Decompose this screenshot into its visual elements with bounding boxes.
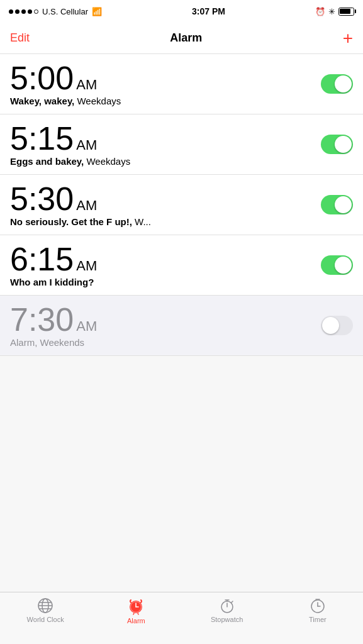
alarm-item: 6:15 AM Who am I kidding? [0, 235, 363, 296]
svg-line-9 [133, 613, 134, 614]
alarm-item: 5:30 AM No seriously. Get the F up!, W..… [0, 175, 363, 235]
alarm-label: No seriously. Get the F up!, W... [10, 216, 321, 227]
status-time: 3:07 PM [192, 6, 225, 16]
alarm-hour: 5:30 [10, 182, 74, 215]
alarm-toggle[interactable] [321, 195, 353, 214]
toggle-knob [335, 257, 352, 274]
alarm-label-bold: Who am I kidding? [10, 277, 94, 287]
stopwatch-icon [219, 597, 235, 614]
toggle-knob [322, 317, 339, 334]
alarm-toggle[interactable] [321, 316, 353, 335]
page-title: Alarm [170, 31, 202, 45]
alarm-label: Alarm, Weekends [10, 337, 321, 348]
alarm-time-display: 5:15 AM [10, 122, 321, 155]
alarm-toggle[interactable] [321, 255, 353, 275]
alarm-item: 5:15 AM Eggs and bakey, Weekdays [0, 114, 363, 175]
tab-bar: World Clock Alarm Stopwatch [0, 592, 363, 644]
signal-dot-3 [21, 9, 26, 14]
alarm-info: 5:00 AM Wakey, wakey, Weekdays [10, 62, 321, 106]
tab-timer-label: Timer [309, 616, 327, 623]
alarm-hour: 7:30 [10, 303, 74, 336]
signal-dot-5 [34, 9, 38, 14]
svg-line-10 [138, 613, 138, 614]
alarm-ampm: AM [76, 258, 97, 274]
signal-dot-1 [9, 9, 13, 14]
signal-dot-4 [28, 9, 32, 14]
tab-world-clock-label: World Clock [27, 616, 64, 623]
nav-bar: Edit Alarm + [0, 23, 363, 54]
status-bar: U.S. Cellular 📶 3:07 PM ⏰ ✳ [0, 0, 363, 23]
tab-alarm[interactable]: Alarm [91, 597, 181, 625]
tab-timer[interactable]: Timer [272, 597, 363, 623]
alarm-time-display: 5:00 AM [10, 62, 321, 94]
toggle-knob [335, 75, 352, 92]
alarm-item: 7:30 AM Alarm, Weekends [0, 296, 363, 356]
tab-world-clock[interactable]: World Clock [0, 597, 91, 623]
alarm-clock-status-icon: ⏰ [315, 7, 325, 16]
alarm-time-display: 7:30 AM [10, 303, 321, 336]
alarm-list: 5:00 AM Wakey, wakey, Weekdays 5:15 AM E… [0, 54, 363, 356]
toggle-knob [335, 136, 352, 153]
status-right: ⏰ ✳ [315, 7, 354, 16]
alarm-ampm: AM [76, 137, 97, 153]
timer-icon [310, 597, 326, 614]
alarm-label: Who am I kidding? [10, 277, 321, 287]
alarm-label: Wakey, wakey, Weekdays [10, 96, 321, 106]
alarm-hour: 5:15 [10, 122, 74, 155]
status-left: U.S. Cellular 📶 [9, 7, 102, 16]
battery-indicator [338, 8, 354, 16]
battery-fill [340, 9, 350, 14]
alarm-info: 6:15 AM Who am I kidding? [10, 243, 321, 287]
alarm-ampm: AM [76, 77, 97, 93]
alarm-label-bold: No seriously. Get the F up!, [10, 216, 132, 227]
svg-line-15 [232, 601, 233, 602]
alarm-item: 5:00 AM Wakey, wakey, Weekdays [0, 54, 363, 114]
alarm-toggle[interactable] [321, 135, 353, 154]
globe-icon [37, 597, 53, 614]
toggle-knob [335, 196, 352, 213]
alarm-label-bold: Eggs and bakey, [10, 156, 84, 167]
wifi-icon: 📶 [92, 7, 102, 16]
carrier-label: U.S. Cellular [42, 7, 88, 16]
alarm-label-bold: Wakey, wakey, [10, 96, 74, 106]
alarm-toggle[interactable] [321, 74, 353, 94]
add-alarm-button[interactable]: + [343, 30, 353, 47]
alarm-time-display: 5:30 AM [10, 182, 321, 215]
signal-dot-2 [15, 9, 20, 14]
alarm-hour: 6:15 [10, 243, 74, 275]
alarm-time-display: 6:15 AM [10, 243, 321, 275]
alarm-info: 5:30 AM No seriously. Get the F up!, W..… [10, 182, 321, 227]
tab-alarm-label: Alarm [127, 617, 145, 625]
tab-stopwatch[interactable]: Stopwatch [182, 597, 272, 623]
alarm-label: Eggs and bakey, Weekdays [10, 156, 321, 167]
alarm-ampm: AM [76, 318, 97, 335]
alarm-info: 5:15 AM Eggs and bakey, Weekdays [10, 122, 321, 167]
alarm-info: 7:30 AM Alarm, Weekends [10, 303, 321, 348]
alarm-hour: 5:00 [10, 62, 74, 94]
edit-button[interactable]: Edit [10, 31, 30, 45]
tab-stopwatch-label: Stopwatch [211, 616, 243, 623]
alarm-ampm: AM [76, 197, 97, 214]
alarm-tab-icon [127, 597, 145, 615]
signal-dots [9, 9, 38, 14]
bluetooth-icon: ✳ [328, 7, 335, 16]
